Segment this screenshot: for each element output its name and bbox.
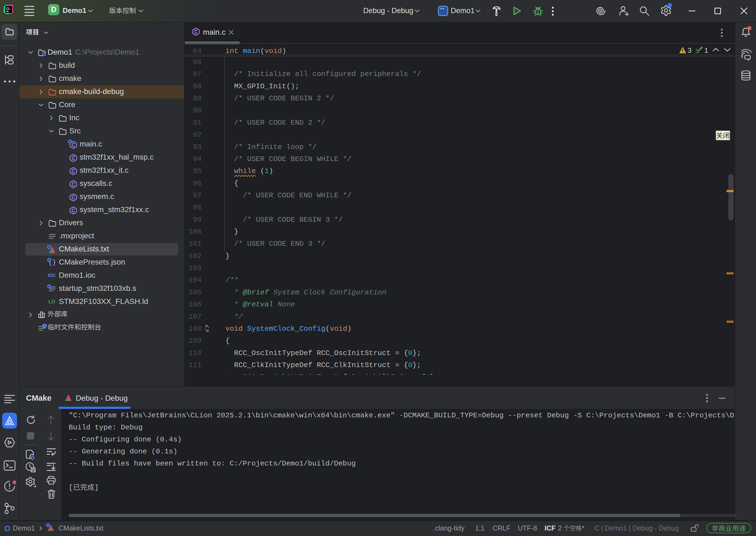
svg-text:CL: CL: [6, 7, 10, 10]
